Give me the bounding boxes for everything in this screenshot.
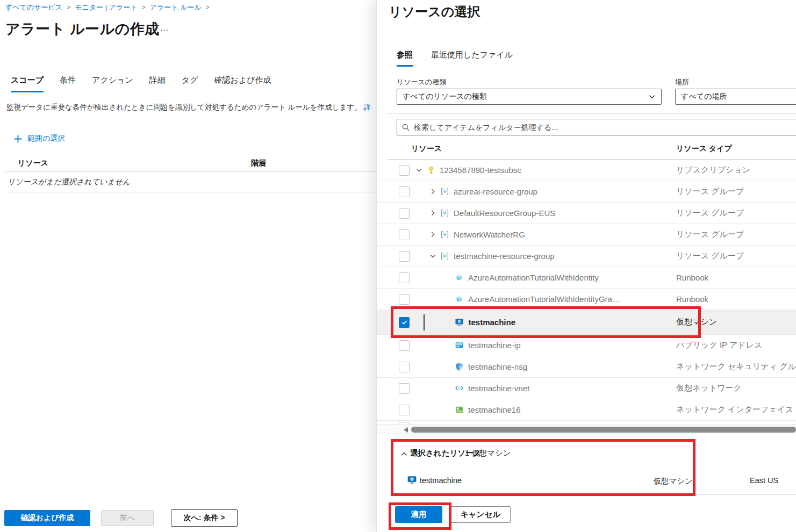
divider	[388, 113, 796, 114]
row-checkbox[interactable]	[399, 340, 410, 351]
panel-title: リソースの選択	[389, 3, 480, 20]
scope-column-hierarchy: 階層	[251, 159, 266, 168]
table-row-resource-group[interactable]: DefaultResourceGroup-EUS リソース グループ	[377, 203, 796, 224]
row-checkbox[interactable]	[399, 208, 410, 219]
clipped-row	[377, 421, 796, 425]
scope-column-resource: リソース	[18, 159, 48, 168]
chevron-down-icon[interactable]	[415, 167, 422, 174]
resource-name: azureai-resource-group	[454, 187, 537, 196]
table-row-public-ip[interactable]: testmachine-ip パブリック IP アドレス	[377, 335, 796, 356]
resource-name: AzureAutomationTutorialWithIdentity	[468, 273, 599, 282]
apply-button[interactable]: 適用	[395, 506, 442, 523]
tab-tags[interactable]: タグ	[182, 75, 198, 92]
resource-name: testmachine-nsg	[468, 362, 527, 371]
table-row-resource-group[interactable]: azureai-resource-group リソース グループ	[377, 181, 796, 203]
divider	[391, 494, 796, 495]
location-label: 場所	[675, 77, 689, 87]
tab-review-create[interactable]: 確認および作成	[214, 75, 271, 92]
subscription-key-icon	[426, 166, 435, 175]
nsg-icon	[455, 362, 464, 371]
tab-scope[interactable]: スコープ	[11, 75, 44, 92]
virtual-machine-icon	[455, 318, 464, 327]
table-row-runbook[interactable]: AzureAutomationTutorialWithIdentity Runb…	[377, 267, 796, 289]
selected-resource-type: 仮想マシン	[644, 476, 693, 486]
search-input[interactable]	[414, 123, 796, 132]
select-scope-button[interactable]: 範囲の選択	[13, 134, 65, 143]
page-title: アラート ルールの作成	[5, 19, 160, 39]
resource-type: リソース グループ	[676, 251, 744, 261]
row-checkbox[interactable]	[399, 272, 410, 283]
row-checkbox[interactable]	[399, 405, 410, 415]
row-checkbox[interactable]	[399, 229, 410, 240]
scope-empty-message: リソースがまだ選択されていません	[8, 177, 130, 187]
table-row-vnet[interactable]: testmachine-vnet 仮想ネットワーク	[377, 378, 796, 399]
breadcrumb-all-services[interactable]: すべてのサービス	[5, 3, 62, 12]
resource-type: 仮想ネットワーク	[676, 383, 742, 393]
location-select[interactable]: すべての場所	[675, 89, 796, 105]
row-checkbox[interactable]	[399, 294, 410, 305]
table-row-nsg[interactable]: testmachine-nsg ネットワーク セキュリティ グループ	[377, 356, 796, 378]
resource-type: リソース グループ	[676, 229, 744, 240]
horizontal-scrollbar[interactable]	[377, 425, 796, 434]
resource-name: testmachine-ip	[468, 341, 521, 350]
table-row-subscription[interactable]: 1234567890-testsubsc サブスクリプション	[377, 160, 796, 181]
row-checkbox[interactable]	[399, 362, 410, 372]
row-checkbox-checked[interactable]	[399, 317, 410, 328]
resource-group-icon	[440, 230, 449, 239]
scroll-left-arrow-icon[interactable]	[404, 427, 408, 433]
breadcrumb-alert-rules[interactable]: アラート ルール	[150, 3, 202, 12]
description-text: 監視データに重要な条件が検出されたときに問題を識別して対処するためのアラート ル…	[6, 103, 362, 111]
selected-resource-name: testmachine	[420, 476, 462, 485]
previous-button[interactable]: 前へ	[101, 510, 154, 526]
resource-group-icon	[440, 187, 449, 196]
selected-resource-location: East US	[750, 476, 778, 485]
select-resource-panel: リソースの選択 参照 最近使用したファイル リソースの種類 場所 すべてのリソー…	[376, 0, 796, 532]
table-row-nic[interactable]: testmachine16 ネットワーク インターフェイス	[377, 399, 796, 421]
tab-recent[interactable]: 最近使用したファイル	[431, 50, 513, 67]
chevron-right-icon[interactable]	[429, 188, 436, 196]
resource-name: DefaultResourceGroup-EUS	[454, 209, 555, 218]
tab-details[interactable]: 詳細	[149, 75, 166, 92]
table-row-virtual-machine-selected[interactable]: testmachine 仮想マシン	[377, 310, 796, 335]
review-create-button[interactable]: 確認および作成	[4, 510, 90, 526]
resource-type: パブリック IP アドレス	[676, 340, 762, 350]
chevron-down-icon	[648, 93, 656, 100]
create-alert-rule-page: すべてのサービス > モニター | アラート > アラート ルール > アラート…	[0, 0, 385, 532]
tab-actions[interactable]: アクション	[92, 75, 133, 92]
resource-type-select[interactable]: すべてのリソースの種類	[397, 89, 662, 105]
annotation-box-selected-resources	[391, 439, 695, 496]
text-cursor	[424, 314, 425, 330]
resource-type: リソース グループ	[676, 208, 744, 218]
row-checkbox[interactable]	[399, 165, 410, 176]
learn-more-link[interactable]: 詳	[363, 103, 371, 111]
cancel-button[interactable]: キャンセル	[450, 506, 511, 523]
breadcrumb-monitor-alerts[interactable]: モニター | アラート	[75, 3, 137, 12]
resource-type: ネットワーク セキュリティ グループ	[676, 362, 796, 372]
tab-condition[interactable]: 条件	[60, 75, 76, 92]
row-checkbox[interactable]	[399, 186, 410, 197]
more-options-icon[interactable]: …	[160, 23, 170, 33]
table-row-resource-group[interactable]: NetworkWatcherRG リソース グループ	[377, 224, 796, 246]
table-row-resource-group[interactable]: testmachine-resource-group リソース グループ	[377, 246, 796, 267]
chevron-right-icon[interactable]	[429, 210, 436, 217]
breadcrumb-separator: >	[142, 4, 146, 11]
vnet-icon	[455, 384, 464, 393]
divider	[5, 192, 380, 192]
chevron-right-icon[interactable]	[429, 231, 436, 239]
next-condition-button[interactable]: 次へ: 条件 >	[171, 509, 238, 527]
tab-browse[interactable]: 参照	[397, 50, 413, 67]
resource-name: 1234567890-testsubsc	[440, 166, 521, 175]
resource-type-label: リソースの種類	[397, 77, 446, 87]
resource-tree: 1234567890-testsubsc サブスクリプション azureai-r…	[377, 160, 796, 425]
row-checkbox[interactable]	[399, 251, 410, 262]
virtual-machine-icon	[407, 475, 417, 487]
resource-name: testmachine-resource-group	[454, 251, 555, 261]
chevron-down-icon[interactable]	[429, 253, 436, 260]
select-scope-label: 範囲の選択	[27, 134, 65, 143]
scrollbar-thumb[interactable]	[411, 427, 796, 433]
runbook-icon	[455, 273, 464, 282]
row-checkbox[interactable]	[399, 383, 410, 394]
table-row-runbook[interactable]: AzureAutomationTutorialWithIdentityGra… …	[377, 289, 796, 310]
divider	[5, 171, 380, 171]
chevron-up-icon[interactable]	[400, 450, 408, 458]
